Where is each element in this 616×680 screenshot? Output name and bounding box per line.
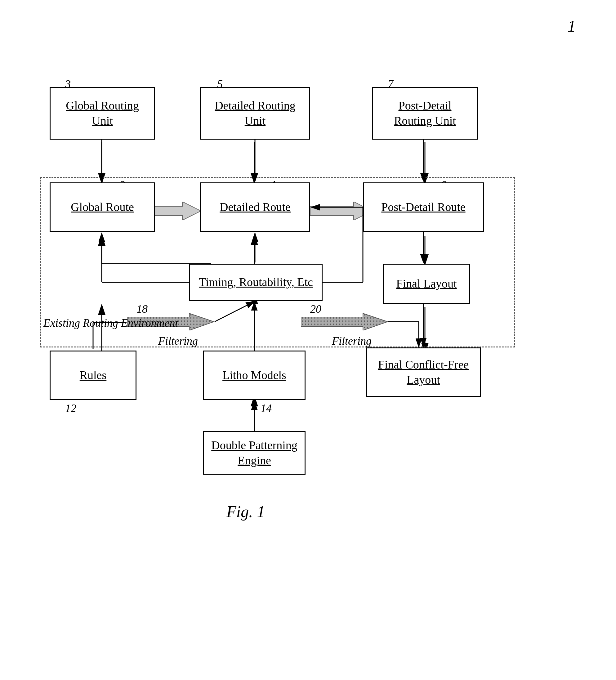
box-timing: Timing, Routability, Etc	[189, 264, 323, 301]
box-final-layout: Final Layout	[383, 264, 470, 304]
box-detailed-route: Detailed Route	[200, 182, 310, 232]
box-detailed-routing-unit: Detailed Routing Unit	[200, 87, 310, 140]
ref-num-20: 20	[310, 303, 321, 315]
box-rules: Rules	[50, 350, 137, 400]
box-post-detail-routing-unit: Post-Detail Routing Unit	[372, 87, 478, 140]
ref-num-12: 12	[65, 402, 76, 415]
filtering-label-20: Filtering	[332, 334, 372, 347]
figure-caption: Fig. 1	[227, 503, 265, 521]
diagram-container: Existing Routing Environment 3 5 7 2 4 6…	[25, 37, 589, 642]
ref-num-14: 14	[261, 402, 272, 415]
ref-num-18: 18	[137, 303, 148, 315]
figure-number-1: 1	[567, 17, 576, 35]
box-global-routing-unit: Global Routing Unit	[50, 87, 155, 140]
box-global-route: Global Route	[50, 182, 155, 232]
box-post-detail-route: Post-Detail Route	[363, 182, 484, 232]
box-final-conflict-free-layout: Final Conflict-Free Layout	[366, 347, 481, 397]
box-litho-models: Litho Models	[203, 350, 305, 400]
filtering-label-18: Filtering	[158, 334, 198, 347]
box-double-patterning-engine: Double Patterning Engine	[203, 431, 305, 475]
existing-routing-label: Existing Routing Environment	[43, 316, 178, 330]
